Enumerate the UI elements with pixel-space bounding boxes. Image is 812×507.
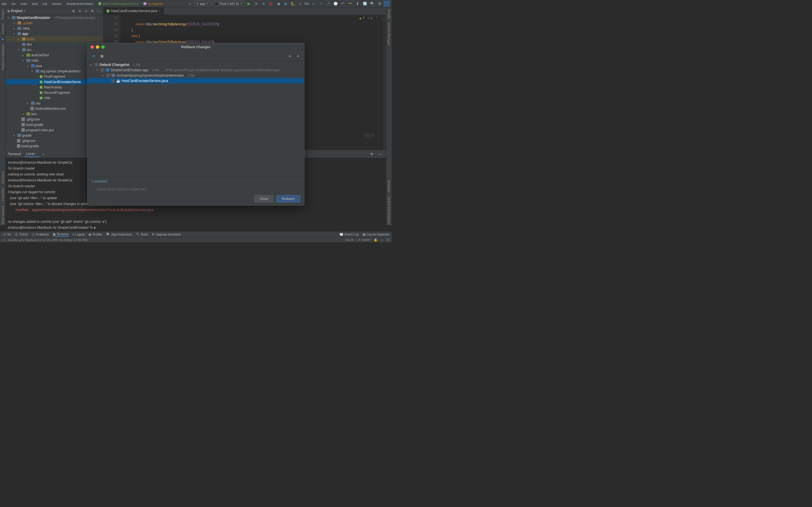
changes-summary: 1 modified xyxy=(92,179,300,183)
modal-overlay: Rollback Changes ⇄ ▦ ≑ ≐ ▾✓Default Chang… xyxy=(0,0,392,242)
collapse-all-button[interactable]: ≐ xyxy=(295,53,301,59)
zoom-icon[interactable] xyxy=(101,45,105,49)
rollback-button[interactable]: Rollback xyxy=(276,195,300,203)
checkbox[interactable]: ✓ xyxy=(95,63,98,66)
folder-icon xyxy=(111,74,115,77)
close-button[interactable]: Close xyxy=(254,195,274,203)
changes-tree[interactable]: ▾✓Default Changelist 1 file ▾✓SimpleCard… xyxy=(88,61,304,177)
dialog-title: Rollback Changes xyxy=(181,45,210,49)
checkbox[interactable]: ✓ xyxy=(106,73,110,77)
rollback-dialog: Rollback Changes ⇄ ▦ ≑ ≐ ▾✓Default Chang… xyxy=(87,43,305,206)
dialog-toolbar: ⇄ ▦ ≑ ≐ xyxy=(88,51,304,61)
module-icon xyxy=(106,68,109,71)
group-button[interactable]: ▦ xyxy=(99,53,105,59)
checkbox[interactable]: ✓ xyxy=(101,68,104,72)
close-icon[interactable] xyxy=(91,45,94,49)
diff-button[interactable]: ⇄ xyxy=(91,53,97,59)
window-controls[interactable] xyxy=(91,45,105,49)
dialog-titlebar[interactable]: Rollback Changes xyxy=(88,43,304,51)
expand-all-button[interactable]: ≑ xyxy=(287,53,293,59)
delete-copies-checkbox: Delete local copies of added files xyxy=(92,187,300,191)
checkbox[interactable]: ✓ xyxy=(111,79,115,82)
checkbox xyxy=(92,187,95,191)
java-file-icon: ☕ xyxy=(116,79,120,83)
minimize-icon[interactable] xyxy=(96,45,99,49)
